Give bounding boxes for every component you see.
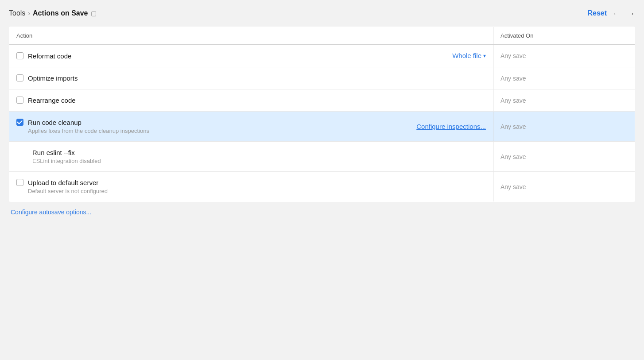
optimize-imports-text: Optimize imports <box>28 74 78 82</box>
upload-to-server-text: Upload to default serverDefault server i… <box>28 179 108 194</box>
run-code-cleanup-right: Configure inspections... <box>416 123 486 131</box>
run-code-cleanup-name: Run code cleanup <box>28 119 149 126</box>
upload-to-server-desc: Default server is not configured <box>28 188 108 194</box>
table-row[interactable]: Upload to default serverDefault server i… <box>9 172 635 202</box>
back-button[interactable]: ← <box>612 9 621 18</box>
upload-to-server-name: Upload to default server <box>28 179 108 186</box>
reset-button[interactable]: Reset <box>587 9 607 17</box>
run-code-cleanup-desc: Applies fixes from the code cleanup insp… <box>28 128 149 134</box>
reformat-code-right: Whole file ▾ <box>452 52 486 60</box>
rearrange-code-checkbox[interactable] <box>16 97 23 104</box>
configure-autosave-link[interactable]: Configure autosave options... <box>11 209 91 216</box>
run-eslint-activated: Any save <box>493 142 635 172</box>
breadcrumb: Tools › Actions on Save ▢ <box>9 9 97 17</box>
actions-table: Action Activated On Reformat codeWhole f… <box>9 27 635 202</box>
chevron-down-icon: ▾ <box>483 53 486 59</box>
run-eslint-text: Run eslint --fixESLint integration disab… <box>32 149 101 164</box>
run-eslint-name: Run eslint --fix <box>32 149 101 156</box>
optimize-imports-activated: Any save <box>493 67 635 89</box>
optimize-imports-checkbox[interactable] <box>16 74 23 81</box>
forward-button[interactable]: → <box>626 9 635 18</box>
upload-to-server-checkbox[interactable] <box>16 179 23 186</box>
tools-label: Tools <box>9 9 25 17</box>
optimize-imports-name: Optimize imports <box>28 74 78 82</box>
run-code-cleanup-checkbox[interactable] <box>16 119 23 126</box>
run-code-cleanup-text: Run code cleanupApplies fixes from the c… <box>28 119 149 134</box>
table-row[interactable]: Optimize importsAny save <box>9 67 635 89</box>
reformat-code-activated: Any save <box>493 45 635 67</box>
table-header-row: Action Activated On <box>9 27 635 45</box>
top-bar-right: Reset ← → <box>587 9 635 18</box>
rearrange-code-activated: Any save <box>493 89 635 112</box>
table-row[interactable]: Reformat codeWhole file ▾Any save <box>9 45 635 67</box>
col-header-activated: Activated On <box>493 27 635 45</box>
page-title: Actions on Save <box>33 9 88 17</box>
run-eslint-desc: ESLint integration disabled <box>32 158 101 164</box>
reformat-code-checkbox[interactable] <box>16 52 23 59</box>
run-code-cleanup-configure-link[interactable]: Configure inspections... <box>416 123 486 130</box>
run-code-cleanup-activated: Any save <box>493 112 635 142</box>
top-bar: Tools › Actions on Save ▢ Reset ← → <box>0 0 644 27</box>
table-row[interactable]: Run eslint --fixESLint integration disab… <box>9 142 635 172</box>
table-row[interactable]: Rearrange codeAny save <box>9 89 635 112</box>
main-content: Action Activated On Reformat codeWhole f… <box>0 27 644 360</box>
settings-icon[interactable]: ▢ <box>91 10 97 17</box>
rearrange-code-name: Rearrange code <box>28 97 76 104</box>
upload-to-server-activated: Any save <box>493 172 635 202</box>
col-header-action: Action <box>9 27 493 45</box>
reformat-code-text: Reformat code <box>28 52 71 60</box>
footer-link: Configure autosave options... <box>9 208 635 216</box>
table-row[interactable]: Run code cleanupApplies fixes from the c… <box>9 112 635 142</box>
table-body: Reformat codeWhole file ▾Any saveOptimiz… <box>9 45 635 202</box>
breadcrumb-chevron: › <box>28 10 30 17</box>
rearrange-code-text: Rearrange code <box>28 97 76 104</box>
reformat-code-name: Reformat code <box>28 52 71 60</box>
reformat-code-whole-file-btn[interactable]: Whole file ▾ <box>452 52 486 59</box>
